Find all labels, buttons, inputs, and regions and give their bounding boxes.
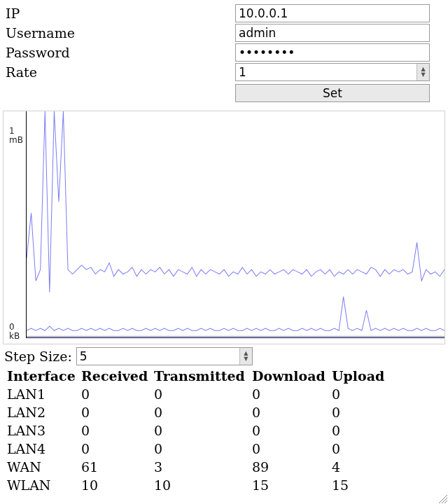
step-size-stepper[interactable]: 5 ▲▼ — [76, 347, 253, 365]
stepper-buttons-icon[interactable]: ▲▼ — [239, 348, 252, 365]
col-upload: Upload — [330, 367, 393, 385]
cell-download: 0 — [251, 440, 330, 458]
cell-received: 10 — [80, 476, 153, 494]
plot-area — [26, 111, 444, 338]
username-label: Username — [6, 25, 235, 41]
ip-input[interactable] — [235, 4, 430, 22]
cell-interface: LAN2 — [6, 403, 80, 421]
y-axis-min: 0 kB — [9, 323, 26, 341]
cell-upload: 15 — [330, 476, 393, 494]
y-axis-max: 1 mB — [9, 127, 26, 145]
table-row: WLAN10101515 — [6, 476, 393, 494]
cell-download: 0 — [251, 385, 330, 403]
traffic-chart: 1 mB 0 kB — [3, 111, 445, 344]
cell-download: 89 — [251, 458, 330, 476]
col-transmitted: Transmitted — [153, 367, 251, 385]
col-download: Download — [251, 367, 330, 385]
cell-interface: WAN — [6, 458, 80, 476]
rate-stepper[interactable]: 1 ▲▼ — [235, 63, 430, 81]
table-row: WAN613894 — [6, 458, 393, 476]
cell-interface: WLAN — [6, 476, 80, 494]
col-received: Received — [80, 367, 153, 385]
svg-line-2 — [444, 500, 447, 503]
y-axis: 1 mB 0 kB — [5, 111, 26, 344]
password-label: Password — [6, 45, 235, 60]
resize-grip-icon[interactable] — [437, 493, 448, 504]
cell-received: 61 — [80, 458, 153, 476]
step-size-label: Step Size: — [4, 349, 72, 364]
table-row: LAN20000 — [6, 403, 393, 421]
password-input[interactable] — [235, 43, 430, 62]
step-size-value: 5 — [77, 349, 239, 363]
col-interface: Interface — [6, 367, 80, 385]
table-header-row: Interface Received Transmitted Download … — [6, 367, 393, 385]
cell-received: 0 — [80, 440, 153, 458]
cell-received: 0 — [80, 403, 153, 421]
table-row: LAN40000 — [6, 440, 393, 458]
cell-upload: 0 — [330, 385, 393, 403]
cell-transmitted: 0 — [153, 421, 251, 440]
cell-upload: 4 — [330, 458, 393, 476]
cell-interface: LAN4 — [6, 440, 80, 458]
rate-label: Rate — [6, 64, 235, 80]
cell-upload: 0 — [330, 403, 393, 421]
cell-download: 0 — [251, 403, 330, 421]
cell-interface: LAN3 — [6, 421, 80, 440]
stepper-buttons-icon[interactable]: ▲▼ — [416, 64, 429, 80]
cell-interface: LAN1 — [6, 385, 80, 403]
cell-download: 15 — [251, 476, 330, 494]
cell-transmitted: 0 — [153, 385, 251, 403]
username-input[interactable] — [235, 24, 430, 42]
table-row: LAN10000 — [6, 385, 393, 403]
cell-transmitted: 0 — [153, 403, 251, 421]
cell-upload: 0 — [330, 421, 393, 440]
cell-received: 0 — [80, 421, 153, 440]
ip-label: IP — [6, 6, 235, 21]
set-button[interactable]: Set — [235, 84, 430, 102]
cell-upload: 0 — [330, 440, 393, 458]
cell-transmitted: 0 — [153, 440, 251, 458]
table-row: LAN30000 — [6, 421, 393, 440]
rate-value: 1 — [236, 65, 416, 79]
connection-form: IP Username Password Rate 1 ▲▼ Set — [0, 0, 448, 102]
cell-transmitted: 3 — [153, 458, 251, 476]
cell-download: 0 — [251, 421, 330, 440]
cell-received: 0 — [80, 385, 153, 403]
cell-transmitted: 10 — [153, 476, 251, 494]
interface-table: Interface Received Transmitted Download … — [6, 367, 393, 494]
svg-line-1 — [442, 498, 447, 503]
